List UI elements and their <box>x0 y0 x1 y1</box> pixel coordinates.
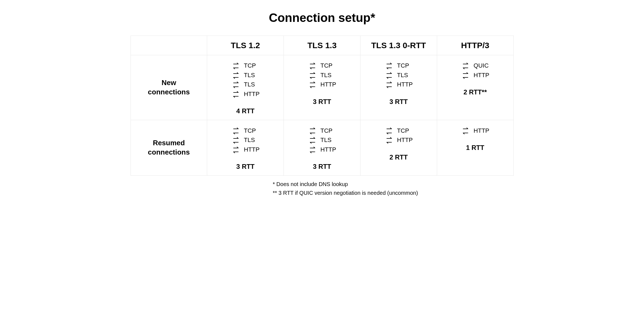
step-label: HTTP <box>320 146 336 153</box>
steps-list: TCPTLSHTTP <box>308 60 336 90</box>
bidirectional-arrow-icon <box>461 71 470 79</box>
step-label: TCP <box>397 127 409 134</box>
step-label: TLS <box>244 137 255 144</box>
rtt-value: 3 RTT <box>365 98 432 106</box>
step-item: TLS <box>231 81 259 89</box>
step-item: HTTP <box>231 90 259 98</box>
table-cell: TCPTLSHTTP3 RTT <box>284 120 360 176</box>
bidirectional-arrow-icon <box>231 136 241 144</box>
step-item: TCP <box>231 62 259 70</box>
table-cell: TCPTLSTLSHTTP4 RTT <box>207 55 284 120</box>
connection-table: TLS 1.2 TLS 1.3 TLS 1.3 0-RTT HTTP/3 New… <box>131 36 514 176</box>
bidirectional-arrow-icon <box>231 71 241 79</box>
bidirectional-arrow-icon <box>308 136 317 144</box>
col-head-tls13: TLS 1.3 <box>284 36 360 55</box>
steps-list: TCPTLSHTTP <box>385 60 413 90</box>
col-head-http3: HTTP/3 <box>437 36 513 55</box>
step-item: HTTP <box>308 146 336 154</box>
step-label: TLS <box>244 72 255 79</box>
bidirectional-arrow-icon <box>231 90 241 98</box>
bidirectional-arrow-icon <box>231 62 241 70</box>
step-item: TCP <box>231 127 259 135</box>
footnote-1: * Does not include DNS lookup <box>273 180 514 188</box>
bidirectional-arrow-icon <box>308 81 317 89</box>
bidirectional-arrow-icon <box>385 81 394 89</box>
step-item: TLS <box>231 71 259 79</box>
step-label: TLS <box>397 72 408 79</box>
footnote-2: ** 3 RTT if QUIC version negotiation is … <box>273 189 514 197</box>
step-label: HTTP <box>473 127 489 134</box>
step-label: TLS <box>244 81 255 88</box>
step-item: TCP <box>385 127 413 135</box>
table-cell: TCPTLSHTTP3 RTT <box>207 120 284 176</box>
step-item: TLS <box>231 136 259 144</box>
step-label: TLS <box>320 137 331 144</box>
step-label: HTTP <box>244 91 259 98</box>
steps-list: HTTP <box>461 125 489 136</box>
steps-list: TCPTLSHTTP <box>308 125 336 155</box>
step-item: QUIC <box>461 62 489 70</box>
step-item: HTTP <box>461 71 489 79</box>
page-title: Connection setup* <box>131 11 514 25</box>
row-head-resumed: Resumedconnections <box>131 120 207 176</box>
step-item: HTTP <box>385 81 413 89</box>
rtt-value: 3 RTT <box>288 98 356 106</box>
bidirectional-arrow-icon <box>385 127 394 135</box>
table-corner <box>131 36 207 55</box>
table-cell: TCPTLSHTTP3 RTT <box>284 55 360 120</box>
rtt-value: 2 RTT** <box>441 88 509 96</box>
table-cell: TCPTLSHTTP3 RTT <box>360 55 437 120</box>
rtt-value: 2 RTT <box>365 153 432 161</box>
step-label: TCP <box>244 127 256 134</box>
step-label: HTTP <box>244 146 259 153</box>
step-label: TCP <box>320 62 333 69</box>
step-item: TLS <box>308 136 336 144</box>
step-item: HTTP <box>231 146 259 154</box>
bidirectional-arrow-icon <box>231 146 241 154</box>
step-item: TLS <box>385 71 413 79</box>
bidirectional-arrow-icon <box>308 127 317 135</box>
step-item: HTTP <box>461 127 489 135</box>
rtt-value: 3 RTT <box>212 163 279 170</box>
bidirectional-arrow-icon <box>308 146 317 154</box>
bidirectional-arrow-icon <box>385 62 394 70</box>
rtt-value: 1 RTT <box>441 144 509 152</box>
step-item: HTTP <box>308 81 336 89</box>
steps-list: TCPTLSHTTP <box>231 125 259 155</box>
table-cell: HTTP1 RTT <box>437 120 513 176</box>
steps-list: QUICHTTP <box>461 60 489 81</box>
table-cell: TCPHTTP2 RTT <box>360 120 437 176</box>
bidirectional-arrow-icon <box>385 71 394 79</box>
col-head-tls13-0rtt: TLS 1.3 0-RTT <box>360 36 437 55</box>
step-item: HTTP <box>385 136 413 144</box>
bidirectional-arrow-icon <box>308 71 317 79</box>
bidirectional-arrow-icon <box>385 136 394 144</box>
step-label: TCP <box>320 127 333 134</box>
step-label: HTTP <box>397 137 413 144</box>
step-item: TCP <box>385 62 413 70</box>
step-item: TLS <box>308 71 336 79</box>
table-cell: QUICHTTP2 RTT** <box>437 55 513 120</box>
bidirectional-arrow-icon <box>461 127 470 135</box>
rtt-value: 4 RTT <box>212 107 279 115</box>
col-head-tls12: TLS 1.2 <box>207 36 284 55</box>
step-label: HTTP <box>397 81 413 88</box>
step-item: TCP <box>308 62 336 70</box>
step-label: HTTP <box>320 81 336 88</box>
rtt-value: 3 RTT <box>288 163 356 170</box>
row-head-new: Newconnections <box>131 55 207 120</box>
step-label: TLS <box>320 72 331 79</box>
step-label: QUIC <box>473 62 489 69</box>
steps-list: TCPTLSTLSHTTP <box>231 60 259 100</box>
bidirectional-arrow-icon <box>231 127 241 135</box>
step-label: TCP <box>244 62 256 69</box>
footnotes: * Does not include DNS lookup ** 3 RTT i… <box>131 180 514 197</box>
step-label: TCP <box>397 62 409 69</box>
step-item: TCP <box>308 127 336 135</box>
bidirectional-arrow-icon <box>308 62 317 70</box>
steps-list: TCPHTTP <box>385 125 413 146</box>
bidirectional-arrow-icon <box>461 62 470 70</box>
step-label: HTTP <box>473 72 489 79</box>
bidirectional-arrow-icon <box>231 81 241 89</box>
